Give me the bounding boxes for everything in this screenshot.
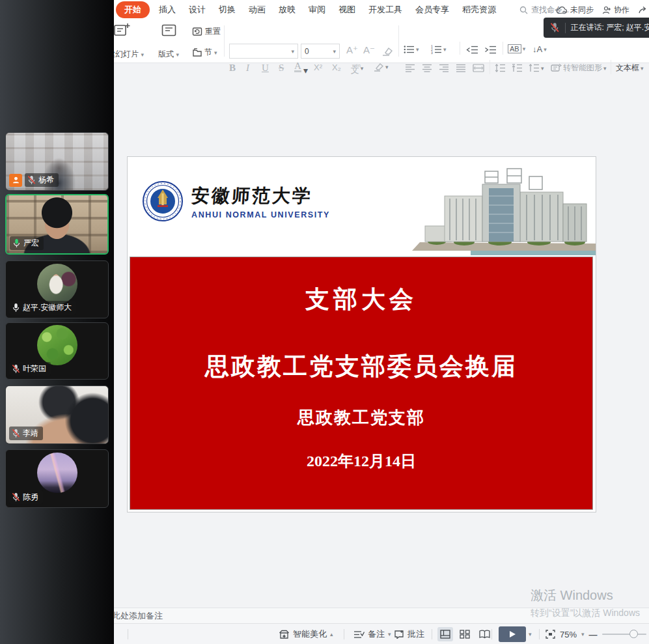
bold-button[interactable]: B <box>229 63 236 74</box>
participant-tile-zhaoping[interactable]: 赵平.安徽师大 <box>5 260 109 318</box>
speaking-notification: 正在讲话: 严宏; 赵平.安 <box>544 18 649 38</box>
reset-button[interactable]: 重置 <box>192 26 221 37</box>
tab-insert[interactable]: 插入 <box>152 2 182 18</box>
sync-status[interactable]: 未同步 <box>556 5 594 16</box>
clear-format-icon[interactable] <box>381 46 393 57</box>
font-color-dropdown[interactable]: ▾ <box>303 65 308 76</box>
collaborate-button[interactable]: 协作 <box>602 5 629 16</box>
section-icon <box>192 48 202 57</box>
slide-org: 思政教工党支部 <box>130 406 592 429</box>
font-color-button[interactable]: A <box>294 61 301 72</box>
reading-view-button[interactable] <box>476 627 492 641</box>
align-left-icon[interactable] <box>405 64 415 72</box>
notes-toggle-button[interactable]: 备注 ▾ <box>353 624 391 644</box>
meeting-participants-sidebar: 杨希 严宏 赵平.安徽师大 叶荣国 <box>0 0 114 644</box>
notes-icon <box>353 630 365 639</box>
bullet-list-button[interactable]: ▾ <box>404 45 419 54</box>
zoom-dropdown[interactable]: ▾ <box>581 631 585 637</box>
reading-view-icon <box>479 630 490 639</box>
font-family-select[interactable]: ▾ <box>229 44 298 59</box>
slide-header: 安徽师范大学 ANHUI NORMAL UNIVERSITY <box>128 157 596 255</box>
text-box-button[interactable]: 文本框▾ <box>616 63 644 74</box>
new-slide-icon <box>113 22 130 39</box>
zoom-slider-handle[interactable] <box>629 630 638 638</box>
highlighter-button[interactable]: ▾ <box>374 63 389 72</box>
increase-indent-icon[interactable] <box>484 46 497 54</box>
highlighter-icon <box>374 63 384 72</box>
participant-tile-lijing[interactable]: 李靖 <box>5 385 109 444</box>
participant-name: 陈勇 <box>23 492 38 503</box>
mic-muted-icon <box>12 492 20 502</box>
underline-button[interactable]: U <box>262 63 269 74</box>
participant-name: 杨希 <box>38 175 54 186</box>
distribute-text-icon[interactable] <box>473 64 484 72</box>
slide-sorter-icon <box>460 630 470 639</box>
university-name-cn: 安徽师范大学 <box>191 184 331 208</box>
normal-view-button[interactable] <box>437 627 453 641</box>
speaking-text: 正在讲话: 严宏; 赵平.安 <box>570 22 649 33</box>
align-justify-icon[interactable] <box>456 64 466 72</box>
participant-tile-yangxi[interactable]: 杨希 <box>5 132 109 191</box>
participant-tile-yerongguo[interactable]: 叶荣国 <box>5 322 109 380</box>
participant-tile-chenyong[interactable]: 陈勇 <box>5 449 109 508</box>
paragraph-spacing-icon[interactable] <box>512 64 523 72</box>
font-size-select[interactable]: 0▾ <box>301 44 340 59</box>
align-center-icon[interactable] <box>422 64 432 72</box>
tab-docer[interactable]: 稻壳资源 <box>456 2 503 18</box>
tab-review[interactable]: 审阅 <box>302 2 332 18</box>
zoom-slider[interactable] <box>602 634 646 635</box>
superscript-button[interactable]: X² <box>314 63 322 72</box>
zoom-out-button[interactable]: — <box>589 630 598 639</box>
tab-animation[interactable]: 动画 <box>242 2 272 18</box>
line-height-button[interactable]: ▾ <box>529 64 544 72</box>
tab-devtools[interactable]: 开发工具 <box>362 2 409 18</box>
comment-button[interactable]: 批注 <box>394 624 424 644</box>
university-emblem-icon <box>142 180 184 222</box>
smart-beautify-button[interactable]: 智能美化 ▴ <box>279 624 333 644</box>
tab-design[interactable]: 设计 <box>182 2 212 18</box>
smart-beautify-icon <box>279 629 290 639</box>
mic-muted-icon <box>12 364 20 374</box>
phonetic-guide-button[interactable]: wén文▾ <box>350 61 363 76</box>
mic-muted-icon <box>12 428 20 438</box>
slide-title-block[interactable]: 支部大会 思政教工党支部委员会换届 思政教工党支部 2022年12月14日 <box>130 257 593 510</box>
tab-slideshow[interactable]: 放映 <box>272 2 302 18</box>
tab-view[interactable]: 视图 <box>332 2 362 18</box>
mic-on-icon <box>12 303 20 313</box>
mic-muted-icon <box>27 175 36 185</box>
fit-to-window-icon[interactable] <box>545 630 555 639</box>
font-size-value: 0 <box>305 47 309 56</box>
section-button[interactable]: 节▾ <box>192 47 217 58</box>
participant-tile-yanhong[interactable]: 严宏 <box>5 194 109 255</box>
line-spacing-icon[interactable] <box>495 64 506 72</box>
vertical-text-button[interactable]: ↓A▾ <box>532 44 547 54</box>
align-right-icon[interactable] <box>439 64 449 72</box>
bullet-list-icon <box>404 45 415 54</box>
decrease-font-button[interactable]: A⁻ <box>363 44 375 56</box>
to-smart-graphic-button[interactable]: 转智能图形▾ <box>551 63 607 74</box>
tab-member[interactable]: 会员专享 <box>409 2 456 18</box>
avatar <box>37 264 77 304</box>
svg-text:3: 3 <box>431 51 433 54</box>
numbered-list-button[interactable]: 123▾ <box>431 45 447 54</box>
italic-button[interactable]: I <box>246 63 249 74</box>
subscript-button[interactable]: X₂ <box>332 63 341 72</box>
line-height-icon <box>529 64 540 72</box>
muted-mic-icon <box>550 22 560 33</box>
slide-date: 2022年12月14日 <box>130 451 592 471</box>
share-icon[interactable] <box>638 5 648 14</box>
slide-sorter-view-button[interactable] <box>457 627 473 641</box>
tab-transition[interactable]: 切换 <box>212 2 242 18</box>
play-slideshow-button[interactable] <box>499 626 526 642</box>
zoom-level[interactable]: 75% <box>560 630 577 639</box>
university-name-en: ANHUI NORMAL UNIVERSITY <box>191 210 330 219</box>
strikethrough-button[interactable]: S <box>279 63 284 74</box>
text-direction-button[interactable]: AB▾ <box>508 44 525 53</box>
increase-font-button[interactable]: A⁺ <box>346 44 358 56</box>
university-logo: 安徽师范大学 ANHUI NORMAL UNIVERSITY <box>142 180 330 222</box>
layout-button[interactable]: 版式 ▾ <box>150 22 187 60</box>
tab-home[interactable]: 开始 <box>116 1 150 18</box>
decrease-indent-icon[interactable] <box>466 46 478 54</box>
play-options-dropdown[interactable]: ▾ <box>529 631 532 637</box>
slide[interactable]: 安徽师范大学 ANHUI NORMAL UNIVERSITY <box>127 156 596 512</box>
